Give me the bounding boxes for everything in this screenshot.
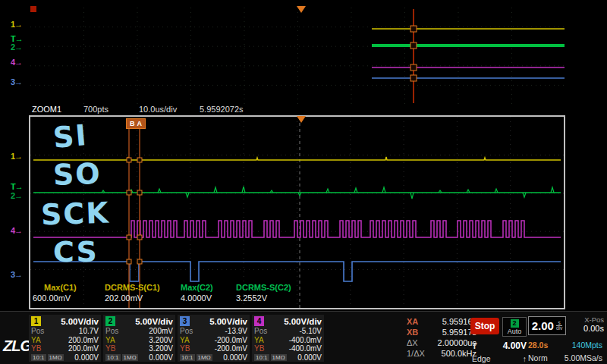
- channel2-ya-label: YA: [105, 336, 115, 344]
- channel2-badge: 2: [105, 316, 115, 326]
- cursor-freq-value: 500.0kHz: [431, 349, 476, 358]
- zoom-timebase[interactable]: 10.0us/div: [139, 105, 177, 114]
- timebase-unit-den: div: [556, 326, 562, 331]
- status-bar: ZLG® 1 5.00V/div Pos10.7V YA200.0mV YB20…: [0, 311, 607, 364]
- xpos-label: X-Pos: [568, 315, 604, 324]
- zoom-ch4-position-marker[interactable]: 4→: [11, 226, 29, 235]
- zoom-ch3-position-marker[interactable]: 3→: [11, 270, 29, 279]
- cursor-b-label: B: [130, 120, 135, 127]
- cursor-xa-label: XA: [407, 317, 431, 326]
- cursor-xb-value: 5.95917s: [431, 328, 476, 337]
- channel4-offset-value: 0.000V: [297, 353, 322, 362]
- channel3-yb-label: YB: [180, 344, 190, 353]
- channel1-badge: 1: [31, 316, 41, 326]
- run-stop-button[interactable]: Stop: [470, 318, 499, 334]
- zoom-waveform-canvas: [30, 117, 564, 308]
- channel3-impedance-badge: 1MΩ: [197, 354, 212, 361]
- cursor-xb-label: XB: [407, 328, 431, 337]
- channel4-impedance-badge: 1MΩ: [271, 354, 287, 361]
- channel2-pos-value: 200mV: [149, 327, 173, 335]
- trigger-type-readout[interactable]: Edge ↑: [472, 354, 527, 363]
- cursor-freq-label: 1/ΔX: [407, 349, 431, 358]
- channel2-yb-value: 3.200V: [149, 344, 173, 353]
- channel4-ya-value: -400.0mV: [289, 336, 322, 344]
- channel1-scale: 5.00V/div: [61, 317, 99, 326]
- trigger-position-marker[interactable]: [297, 6, 306, 13]
- main-waveform-canvas: [30, 8, 565, 105]
- channel1-offset-value: 0.000V: [74, 353, 99, 362]
- measurement-value: 4.0000V: [181, 293, 212, 303]
- channel3-scale: 5.00V/div: [209, 317, 247, 326]
- channel4-scale: 5.00V/div: [284, 317, 322, 326]
- channel3-pos-label: Pos: [180, 327, 193, 335]
- measurement-label: DCRMS-S(C2): [236, 283, 291, 292]
- measurement-value: 600.00mV: [33, 293, 71, 303]
- zoom-position[interactable]: 5.9592072s: [200, 105, 244, 114]
- zoom-name: ZOOM1: [32, 105, 61, 114]
- zoom-ch2-position-marker[interactable]: 2→: [11, 191, 29, 200]
- measurement-label: Max(C2): [181, 283, 213, 292]
- channel4-settings[interactable]: 4 5.00V/div Pos-5.10V YA-400.0mV YB-400.…: [252, 315, 324, 362]
- measurement-label: DCRMS-S(C1): [105, 283, 160, 292]
- cursor-dx-label: ΔX: [407, 338, 431, 347]
- trigger-level-value: 4.00V: [503, 340, 527, 351]
- channel4-pos-label: Pos: [254, 327, 267, 335]
- channel3-yb-value: -200.0mV: [215, 344, 247, 353]
- trigger-level-readout[interactable]: T 4.00V: [472, 340, 527, 351]
- channel1-ya-value: 200.0mV: [68, 336, 99, 344]
- channel2-pos-label: Pos: [105, 327, 118, 335]
- trigger-source-box[interactable]: 2 Auto: [502, 317, 527, 337]
- channel4-probe-badge: 10:1: [254, 354, 269, 361]
- channel1-probe-badge: 10:1: [31, 354, 46, 361]
- zoom-ch1-position-marker[interactable]: 1→: [11, 152, 29, 161]
- channel4-badge: 4: [254, 316, 264, 326]
- channel3-badge: 3: [180, 316, 190, 326]
- zoom-trigger-position-marker[interactable]: [297, 116, 306, 123]
- cursor-readout: XA5.95916s XB5.95917s ΔX2.00000us 1/ΔX50…: [407, 316, 476, 359]
- zoom-trigger-level-marker[interactable]: T→: [11, 182, 29, 191]
- channel1-yb-label: YB: [31, 344, 41, 353]
- annotation-cs: CS: [53, 235, 99, 268]
- channel3-ya-label: YA: [180, 336, 190, 344]
- record-info: 28.0s 140Mpts: [528, 340, 602, 350]
- cursor-ba-handle[interactable]: B A: [126, 118, 146, 129]
- annotation-si: SI: [52, 118, 89, 155]
- acquisition-mode: Norm: [528, 353, 548, 362]
- ch1-position-marker[interactable]: 1→: [11, 20, 29, 29]
- channel2-offset-value: 0.000V: [149, 353, 173, 362]
- channel1-impedance-badge: 1MΩ: [48, 354, 64, 361]
- channel1-pos-value: 10.7V: [79, 327, 99, 335]
- timebase-value: 2.00: [532, 319, 554, 332]
- channel2-yb-label: YB: [105, 344, 115, 353]
- record-length: 28.0s: [528, 340, 548, 350]
- cursor-dx-value: 2.00000us: [431, 338, 476, 347]
- channel3-offset-value: 0.000V: [223, 353, 247, 362]
- ch4-position-marker[interactable]: 4→: [11, 58, 29, 67]
- timebase-box[interactable]: 2.00 s div: [528, 316, 566, 335]
- zoom-window: B A SI SO SCK CS Max(C1) DCRMS-S(C1) Max…: [29, 115, 565, 309]
- channel2-probe-badge: 10:1: [105, 354, 121, 361]
- main-waveform-view: [30, 8, 565, 105]
- ch3-position-marker[interactable]: 3→: [11, 77, 29, 86]
- measurement-value: 3.2552V: [236, 293, 267, 303]
- ch2-position-marker[interactable]: 2→: [11, 42, 29, 52]
- channel2-scale: 5.00V/div: [135, 317, 173, 326]
- brand-name: ZLG: [3, 337, 31, 354]
- sample-rate: 5.00MSa/s: [565, 353, 602, 362]
- channel3-ya-value: -200.0mV: [215, 336, 247, 344]
- trigger-mode: Auto: [508, 328, 522, 335]
- channel3-settings[interactable]: 3 5.00V/div Pos-13.9V YA-200.0mV YB-200.…: [178, 315, 250, 362]
- cursor-a-label: A: [137, 120, 143, 127]
- channel1-settings[interactable]: 1 5.00V/div Pos10.7V YA200.0mV YB200.0mV…: [29, 315, 101, 362]
- channel2-settings[interactable]: 2 5.00V/div Pos200mV YA3.200V YB3.200V 1…: [103, 315, 175, 362]
- annotation-sck: SCK: [40, 196, 110, 231]
- channel1-yb-value: 200.0mV: [68, 344, 99, 353]
- channel4-yb-label: YB: [254, 344, 264, 353]
- acquisition-info: Norm 5.00MSa/s: [528, 353, 602, 362]
- oscilloscope-screen: 1→ T→ 2→ 4→ 3→ ZOOM1 700pts 10.0us/div 5…: [0, 0, 607, 364]
- xpos-readout[interactable]: X-Pos 0.00s: [568, 315, 604, 333]
- channel1-pos-label: Pos: [31, 327, 44, 335]
- channel1-ya-label: YA: [31, 336, 41, 344]
- trigger-type: Edge: [472, 354, 491, 363]
- trigger-source-badge: 2: [511, 319, 519, 328]
